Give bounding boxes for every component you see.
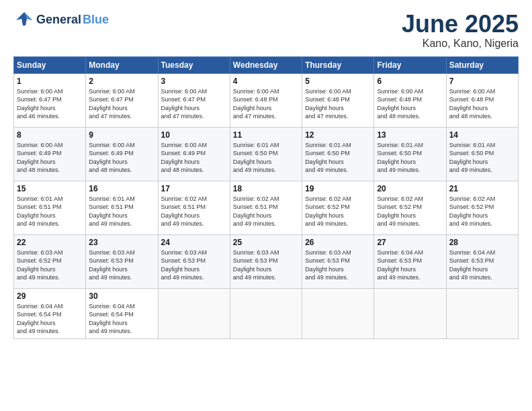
day-info: Sunrise: 6:04 AMSunset: 6:53 PMDaylight … xyxy=(449,248,515,282)
table-row: 18Sunrise: 6:02 AMSunset: 6:51 PMDayligh… xyxy=(230,181,302,234)
logo-blue: Blue xyxy=(83,13,109,27)
day-info: Sunrise: 6:02 AMSunset: 6:52 PMDaylight … xyxy=(449,195,515,228)
day-info: Sunrise: 6:00 AMSunset: 6:48 PMDaylight … xyxy=(233,87,299,121)
day-info: Sunrise: 6:03 AMSunset: 6:53 PMDaylight … xyxy=(89,248,154,282)
calendar-table: Sunday Monday Tuesday Wednesday Thursday… xyxy=(13,56,519,339)
day-number: 5 xyxy=(305,77,371,86)
table-row xyxy=(446,288,518,338)
day-number: 24 xyxy=(161,238,227,247)
table-row: 23Sunrise: 6:03 AMSunset: 6:53 PMDayligh… xyxy=(86,234,158,288)
table-row: 11Sunrise: 6:01 AMSunset: 6:50 PMDayligh… xyxy=(230,127,302,181)
day-number: 30 xyxy=(89,291,154,301)
calendar-subtitle: Kano, Kano, Nigeria xyxy=(402,38,519,50)
day-number: 10 xyxy=(161,130,227,140)
day-number: 15 xyxy=(17,184,83,193)
day-info: Sunrise: 6:01 AMSunset: 6:51 PMDaylight … xyxy=(17,195,83,228)
table-row xyxy=(158,288,230,338)
day-number: 13 xyxy=(377,130,443,140)
calendar-week-row: 15Sunrise: 6:01 AMSunset: 6:51 PMDayligh… xyxy=(14,181,519,234)
table-row: 26Sunrise: 6:03 AMSunset: 6:53 PMDayligh… xyxy=(302,234,374,288)
day-number: 20 xyxy=(377,184,443,193)
col-friday: Friday xyxy=(374,56,446,73)
table-row: 1Sunrise: 6:00 AMSunset: 6:47 PMDaylight… xyxy=(14,73,86,127)
table-row: 17Sunrise: 6:02 AMSunset: 6:51 PMDayligh… xyxy=(158,181,230,234)
table-row: 3Sunrise: 6:00 AMSunset: 6:47 PMDaylight… xyxy=(158,73,230,127)
day-info: Sunrise: 6:00 AMSunset: 6:48 PMDaylight … xyxy=(305,87,371,121)
day-info: Sunrise: 6:01 AMSunset: 6:50 PMDaylight … xyxy=(377,141,443,175)
calendar-week-row: 29Sunrise: 6:04 AMSunset: 6:54 PMDayligh… xyxy=(14,288,519,338)
day-info: Sunrise: 6:00 AMSunset: 6:47 PMDaylight … xyxy=(161,87,227,121)
calendar-week-row: 8Sunrise: 6:00 AMSunset: 6:49 PMDaylight… xyxy=(14,127,519,181)
col-tuesday: Tuesday xyxy=(158,56,230,73)
day-info: Sunrise: 6:01 AMSunset: 6:50 PMDaylight … xyxy=(449,141,515,175)
table-row: 4Sunrise: 6:00 AMSunset: 6:48 PMDaylight… xyxy=(230,73,302,127)
day-number: 19 xyxy=(305,184,371,193)
day-info: Sunrise: 6:02 AMSunset: 6:51 PMDaylight … xyxy=(233,195,299,228)
calendar-header-row: Sunday Monday Tuesday Wednesday Thursday… xyxy=(14,56,519,73)
day-info: Sunrise: 6:00 AMSunset: 6:47 PMDaylight … xyxy=(17,87,83,121)
table-row: 30Sunrise: 6:04 AMSunset: 6:54 PMDayligh… xyxy=(86,288,158,338)
header: GeneralBlue June 2025 Kano, Kano, Nigeri… xyxy=(13,11,519,50)
table-row: 10Sunrise: 6:00 AMSunset: 6:49 PMDayligh… xyxy=(158,127,230,181)
day-number: 14 xyxy=(449,130,515,140)
day-info: Sunrise: 6:03 AMSunset: 6:53 PMDaylight … xyxy=(233,248,299,282)
table-row: 6Sunrise: 6:00 AMSunset: 6:48 PMDaylight… xyxy=(374,73,446,127)
day-number: 18 xyxy=(233,184,299,193)
page: GeneralBlue June 2025 Kano, Kano, Nigeri… xyxy=(0,0,532,411)
day-info: Sunrise: 6:00 AMSunset: 6:48 PMDaylight … xyxy=(449,87,515,121)
day-info: Sunrise: 6:03 AMSunset: 6:53 PMDaylight … xyxy=(161,248,227,282)
table-row: 5Sunrise: 6:00 AMSunset: 6:48 PMDaylight… xyxy=(302,73,374,127)
day-info: Sunrise: 6:00 AMSunset: 6:49 PMDaylight … xyxy=(17,141,83,175)
table-row: 15Sunrise: 6:01 AMSunset: 6:51 PMDayligh… xyxy=(14,181,86,234)
day-number: 22 xyxy=(17,238,83,247)
day-number: 26 xyxy=(305,238,371,247)
day-number: 7 xyxy=(449,77,515,86)
table-row xyxy=(302,288,374,338)
col-monday: Monday xyxy=(86,56,158,73)
calendar-title: June 2025 xyxy=(402,11,519,38)
day-info: Sunrise: 6:04 AMSunset: 6:54 PMDaylight … xyxy=(89,302,154,336)
table-row: 2Sunrise: 6:00 AMSunset: 6:47 PMDaylight… xyxy=(86,73,158,127)
table-row: 9Sunrise: 6:00 AMSunset: 6:49 PMDaylight… xyxy=(86,127,158,181)
logo-bird-icon xyxy=(13,11,35,28)
table-row: 7Sunrise: 6:00 AMSunset: 6:48 PMDaylight… xyxy=(446,73,518,127)
logo-general: General xyxy=(36,13,81,27)
day-info: Sunrise: 6:01 AMSunset: 6:51 PMDaylight … xyxy=(89,195,154,228)
day-number: 6 xyxy=(377,77,443,86)
col-sunday: Sunday xyxy=(14,56,86,73)
table-row: 8Sunrise: 6:00 AMSunset: 6:49 PMDaylight… xyxy=(14,127,86,181)
day-info: Sunrise: 6:02 AMSunset: 6:52 PMDaylight … xyxy=(377,195,443,228)
day-info: Sunrise: 6:02 AMSunset: 6:51 PMDaylight … xyxy=(161,195,227,228)
day-info: Sunrise: 6:04 AMSunset: 6:53 PMDaylight … xyxy=(377,248,443,282)
table-row: 19Sunrise: 6:02 AMSunset: 6:52 PMDayligh… xyxy=(302,181,374,234)
table-row: 14Sunrise: 6:01 AMSunset: 6:50 PMDayligh… xyxy=(446,127,518,181)
day-number: 16 xyxy=(89,184,154,193)
day-info: Sunrise: 6:00 AMSunset: 6:47 PMDaylight … xyxy=(89,87,154,121)
col-saturday: Saturday xyxy=(446,56,518,73)
table-row xyxy=(230,288,302,338)
day-info: Sunrise: 6:03 AMSunset: 6:52 PMDaylight … xyxy=(17,248,83,282)
day-number: 1 xyxy=(17,77,83,86)
col-thursday: Thursday xyxy=(302,56,374,73)
calendar-week-row: 1Sunrise: 6:00 AMSunset: 6:47 PMDaylight… xyxy=(14,73,519,127)
day-number: 23 xyxy=(89,238,154,247)
table-row: 21Sunrise: 6:02 AMSunset: 6:52 PMDayligh… xyxy=(446,181,518,234)
table-row: 12Sunrise: 6:01 AMSunset: 6:50 PMDayligh… xyxy=(302,127,374,181)
table-row: 28Sunrise: 6:04 AMSunset: 6:53 PMDayligh… xyxy=(446,234,518,288)
table-row: 27Sunrise: 6:04 AMSunset: 6:53 PMDayligh… xyxy=(374,234,446,288)
day-number: 27 xyxy=(377,238,443,247)
day-number: 21 xyxy=(449,184,515,193)
day-number: 12 xyxy=(305,130,371,140)
day-info: Sunrise: 6:00 AMSunset: 6:49 PMDaylight … xyxy=(161,141,227,175)
day-info: Sunrise: 6:03 AMSunset: 6:53 PMDaylight … xyxy=(305,248,371,282)
table-row: 24Sunrise: 6:03 AMSunset: 6:53 PMDayligh… xyxy=(158,234,230,288)
day-number: 11 xyxy=(233,130,299,140)
day-info: Sunrise: 6:01 AMSunset: 6:50 PMDaylight … xyxy=(233,141,299,175)
col-wednesday: Wednesday xyxy=(230,56,302,73)
day-number: 9 xyxy=(89,130,154,140)
day-number: 17 xyxy=(161,184,227,193)
title-block: June 2025 Kano, Kano, Nigeria xyxy=(402,11,519,50)
day-number: 8 xyxy=(17,130,83,140)
table-row: 29Sunrise: 6:04 AMSunset: 6:54 PMDayligh… xyxy=(14,288,86,338)
calendar-week-row: 22Sunrise: 6:03 AMSunset: 6:52 PMDayligh… xyxy=(14,234,519,288)
